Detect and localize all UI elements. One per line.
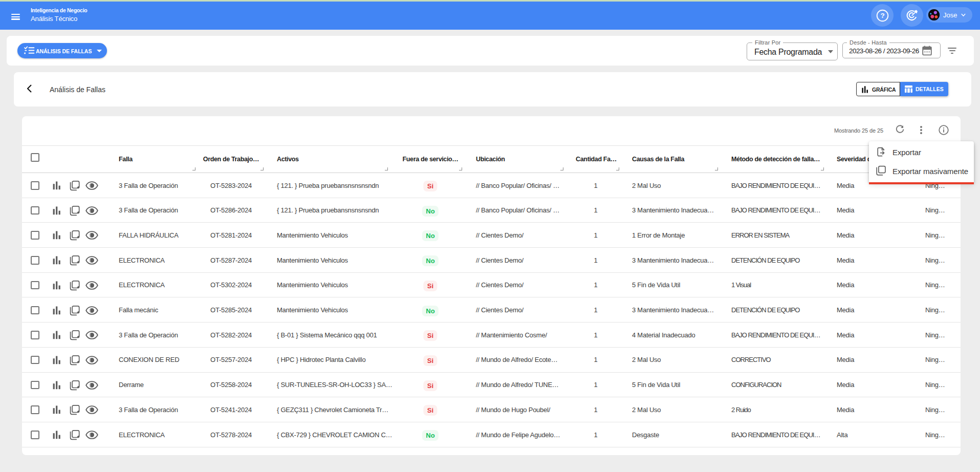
svg-text:?: ? bbox=[880, 12, 884, 19]
